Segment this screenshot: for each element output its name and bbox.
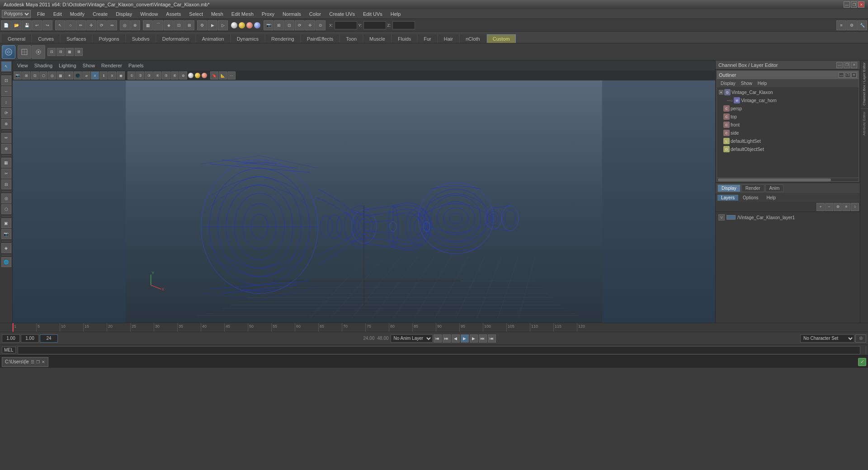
frame-selected-button[interactable]: ⊡ (284, 20, 294, 30)
next-frame-button[interactable]: ▶ (470, 334, 478, 343)
menu-assets[interactable]: Assets (162, 9, 184, 19)
multicut-button[interactable]: ✂ (1, 169, 11, 179)
layer-visibility-1[interactable]: V (718, 214, 725, 221)
snap-grid-button[interactable]: ▦ (143, 20, 153, 30)
char-set-select[interactable]: No Character Set (800, 334, 854, 343)
outliner-menu-help[interactable]: Help (756, 81, 769, 86)
move-tool-button[interactable]: ✛ (86, 20, 96, 30)
new-scene-button[interactable]: 📄 (1, 20, 11, 30)
auto-key-button[interactable]: ⦿ (855, 334, 866, 343)
outliner-minimize-button[interactable]: — (839, 72, 844, 78)
panel-minimize-button[interactable]: — (836, 62, 843, 68)
restore-button[interactable]: ❐ (851, 1, 857, 8)
transform-button[interactable]: ↕ (1, 97, 11, 107)
paint-tool-button[interactable]: ✏ (1, 133, 11, 143)
soft-mod-button[interactable]: ◎ (120, 20, 130, 30)
outliner-item-vintage-car-klaxon[interactable]: ▼ G Vintage_Car_Klaxon (718, 88, 858, 96)
menu-create[interactable]: Create (89, 9, 111, 19)
vp-shading-btn-5[interactable]: ⑤ (162, 71, 170, 80)
undo-button[interactable]: ↩ (32, 20, 42, 30)
vp-shading-btn-6[interactable]: ⑥ (170, 71, 179, 80)
tumble-tool-button[interactable]: ⟳ (295, 20, 305, 30)
vp-light-btn[interactable]: ☀ (65, 71, 73, 80)
play-button[interactable]: ▶ (461, 334, 469, 343)
tab-painteffects[interactable]: PaintEffects (301, 34, 340, 43)
panel-restore-button[interactable]: ❐ (844, 62, 850, 68)
vp-shading-btn-3[interactable]: ③ (145, 71, 153, 80)
shelf-icon-2[interactable] (32, 45, 45, 59)
menu-create-uvs[interactable]: Create UVs (326, 9, 359, 19)
tab-muscle[interactable]: Muscle (363, 34, 391, 43)
lct-options[interactable]: Options (739, 195, 762, 201)
vp-menu-show[interactable]: Show (80, 62, 98, 69)
snap-point-button[interactable]: ◈ (164, 20, 174, 30)
outliner-item-top[interactable]: C top (718, 113, 858, 121)
layout-btn-4[interactable]: ⊞ (75, 48, 83, 56)
layout-btn-2[interactable]: ⊟ (57, 48, 65, 56)
attr-editor-strip-label[interactable]: Attribute Editor (861, 110, 867, 137)
tab-dynamics[interactable]: Dynamics (231, 34, 264, 43)
wireframe-toggle-button[interactable]: ⬡ (1, 204, 11, 214)
panel-close-button[interactable]: ✕ (851, 62, 857, 68)
snap-surface-button[interactable]: ⊡ (174, 20, 184, 30)
show-hide-button[interactable]: ◎ (1, 193, 11, 203)
tab-polygons[interactable]: Polygons (93, 34, 125, 43)
menu-edit-mesh[interactable]: Edit Mesh (228, 9, 257, 19)
menu-color[interactable]: Color (306, 9, 325, 19)
menu-display[interactable]: Display (112, 9, 136, 19)
menu-normals[interactable]: Normals (279, 9, 305, 19)
scale-tool-button[interactable]: ⇔ (107, 20, 117, 30)
select-tool-button[interactable]: ↖ (55, 20, 65, 30)
layout-btn-3[interactable]: ▦ (66, 48, 74, 56)
vp-shading-btn-4[interactable]: ④ (153, 71, 161, 80)
timeline-ruler[interactable]: 1 5 10 15 20 25 30 35 40 45 50 55 60 65 … (13, 323, 715, 332)
open-scene-button[interactable]: 📂 (11, 20, 21, 30)
vp-frame-sel-btn[interactable]: ⊡ (31, 71, 39, 80)
tab-fluids[interactable]: Fluids (392, 34, 417, 43)
anim-layer-select[interactable]: No Anim Layer (391, 334, 433, 343)
vp-menu-lighting[interactable]: Lighting (56, 62, 79, 69)
layer-membership-button[interactable]: ≡ (842, 203, 850, 211)
lct-layers[interactable]: Layers (717, 195, 738, 201)
timeline-playhead[interactable] (13, 323, 14, 332)
vp-aa-btn[interactable]: ⌀ (82, 71, 90, 80)
vp-grid-btn[interactable]: # (91, 71, 99, 80)
current-frame-input[interactable] (21, 334, 39, 343)
tab-rendering[interactable]: Rendering (265, 34, 300, 43)
tab-toon[interactable]: Toon (340, 34, 363, 43)
vp-hud-btn[interactable]: ℹ (99, 71, 108, 80)
taskbar-close-2[interactable]: ❐ (36, 360, 40, 364)
vp-menu-panels[interactable]: Panels (126, 62, 146, 69)
layer-item-1[interactable]: V /Vintage_Car_Klaxon_layer1 (717, 213, 859, 222)
new-layer-button[interactable]: + (816, 203, 825, 211)
attr-editor-toggle-button[interactable]: ⚙ (847, 20, 857, 30)
outliner-restore-button[interactable]: ❐ (845, 72, 850, 78)
go-end-button[interactable]: ⏮ (488, 334, 496, 343)
prev-frame-button[interactable]: ◀ (452, 334, 460, 343)
tool-settings-toggle-button[interactable]: 🔧 (857, 20, 867, 30)
paint-select-button[interactable]: ✏ (76, 20, 86, 30)
layer-tab-render[interactable]: Render (741, 184, 764, 192)
taskbar-close-1[interactable]: ☰ (31, 360, 34, 364)
outliner-item-vintage-car-horn[interactable]: ─○ M Vintage_car_horn (718, 96, 858, 104)
outliner-item-default-object-set[interactable]: O defaultObjectSet (718, 145, 858, 153)
snap-live-button[interactable]: ⊞ (184, 20, 194, 30)
go-start-button[interactable]: ⏮ (434, 334, 442, 343)
outliner-horizontal-scrollbar[interactable] (717, 178, 859, 181)
vp-menu-view[interactable]: View (14, 62, 31, 69)
vp-smooth-btn[interactable]: ◎ (48, 71, 56, 80)
menu-edit[interactable]: Edit (50, 9, 66, 19)
create-camera-button[interactable]: 📷 (264, 20, 274, 30)
outliner-item-front[interactable]: C front (718, 121, 858, 129)
redo-button[interactable]: ↪ (42, 20, 52, 30)
tab-custom[interactable]: Custom (487, 34, 516, 43)
layer-button[interactable]: ▣ (1, 218, 11, 228)
lct-help[interactable]: Help (763, 195, 779, 201)
menu-modify[interactable]: Modify (66, 9, 88, 19)
vp-xray-btn[interactable]: X (108, 71, 116, 80)
snap-curve-button[interactable]: ⌒ (153, 20, 163, 30)
soft-select-button[interactable]: ⊡ (1, 75, 11, 85)
vp-shadow-btn[interactable]: 🌑 (74, 71, 82, 80)
camera-button[interactable]: 📷 (1, 229, 11, 239)
tab-animation[interactable]: Animation (196, 34, 230, 43)
